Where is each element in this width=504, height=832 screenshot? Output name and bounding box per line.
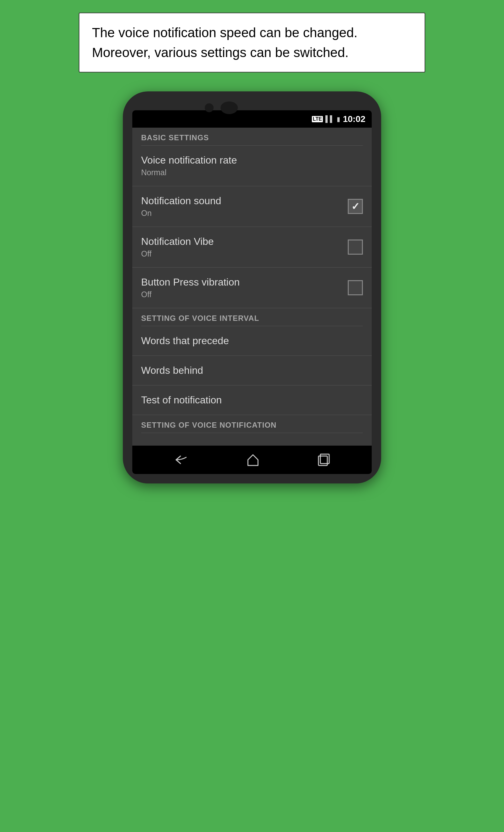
info-text: The voice notification speed can be chan… <box>92 25 357 60</box>
setting-words-behind[interactable]: Words behind <box>132 356 372 385</box>
setting-words-precede[interactable]: Words that precede <box>132 326 372 356</box>
recents-button[interactable] <box>318 453 330 466</box>
notification-sound-checkmark: ✓ <box>351 201 360 212</box>
phone-device: LTE ▌▌ ▮ 10:02 BASIC SETTINGS Voice noti… <box>123 92 381 484</box>
notification-sound-checkbox[interactable]: ✓ <box>348 199 363 214</box>
setting-voice-rate[interactable]: Voice notification rate Normal <box>132 146 372 186</box>
info-box: The voice notification speed can be chan… <box>79 12 425 73</box>
status-bar: LTE ▌▌ ▮ 10:02 <box>132 110 372 128</box>
phone-screen: LTE ▌▌ ▮ 10:02 BASIC SETTINGS Voice noti… <box>132 110 372 474</box>
notification-vibe-checkbox[interactable]: ✓ <box>348 239 363 255</box>
setting-words-precede-text: Words that precede <box>141 335 229 347</box>
setting-notification-vibe[interactable]: Notification Vibe Off ✓ <box>132 227 372 267</box>
setting-voice-rate-subtitle: Normal <box>141 168 237 177</box>
battery-icon: ▮ <box>337 115 340 123</box>
section-header-basic: BASIC SETTINGS <box>132 128 372 145</box>
setting-button-press-subtitle: Off <box>141 290 240 299</box>
setting-notification-vibe-title: Notification Vibe <box>141 236 214 248</box>
setting-words-behind-title: Words behind <box>141 365 203 376</box>
setting-notification-sound-text: Notification sound On <box>141 195 221 218</box>
earpiece <box>220 102 238 114</box>
status-time: 10:02 <box>343 114 365 124</box>
back-button[interactable] <box>174 454 188 466</box>
signal-icon: ▌▌ <box>325 115 334 123</box>
setting-button-press-text: Button Press vibration Off <box>141 277 240 299</box>
lte-indicator: LTE <box>312 116 323 122</box>
section-header-voice-notification: SETTING OF VOICE NOTIFICATION <box>132 415 372 433</box>
setting-test-notification-text: Test of notification <box>141 394 222 406</box>
setting-notification-sound-title: Notification sound <box>141 195 221 207</box>
setting-notification-vibe-text: Notification Vibe Off <box>141 236 214 258</box>
section-header-interval: SETTING OF VOICE INTERVAL <box>132 308 372 326</box>
setting-notification-vibe-subtitle: Off <box>141 249 214 258</box>
setting-test-notification-title: Test of notification <box>141 394 222 406</box>
setting-button-press[interactable]: Button Press vibration Off ✓ <box>132 267 372 308</box>
front-camera <box>205 103 214 112</box>
button-press-checkbox[interactable]: ✓ <box>348 280 363 295</box>
setting-notification-sound-subtitle: On <box>141 209 221 218</box>
home-button[interactable] <box>247 453 259 466</box>
setting-words-precede-title: Words that precede <box>141 335 229 347</box>
setting-test-notification[interactable]: Test of notification <box>132 385 372 415</box>
setting-words-behind-text: Words behind <box>141 365 203 376</box>
navigation-bar <box>132 446 372 474</box>
setting-notification-sound[interactable]: Notification sound On ✓ <box>132 186 372 227</box>
status-icons: LTE ▌▌ ▮ 10:02 <box>312 114 365 124</box>
settings-content: BASIC SETTINGS Voice notification rate N… <box>132 128 372 446</box>
setting-button-press-title: Button Press vibration <box>141 277 240 288</box>
setting-voice-rate-title: Voice notification rate <box>141 154 237 166</box>
setting-voice-rate-text: Voice notification rate Normal <box>141 154 237 177</box>
